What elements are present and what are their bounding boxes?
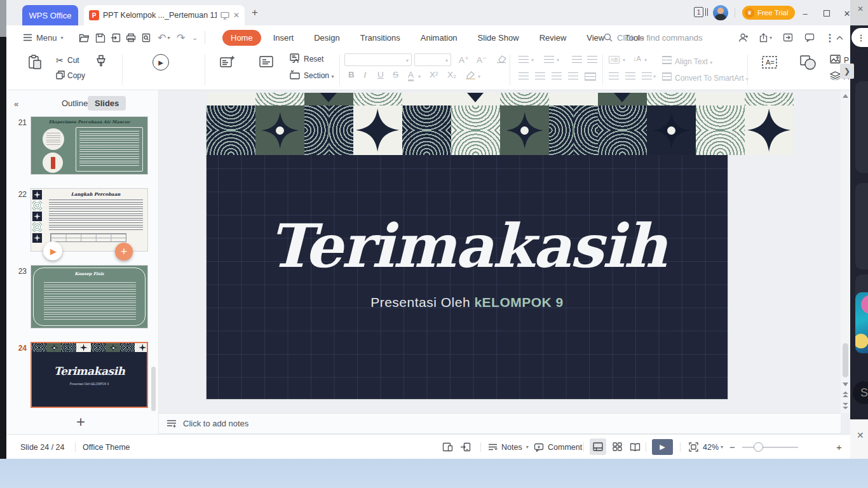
spacing-options-icon[interactable] xyxy=(642,72,652,79)
zoom-out-button[interactable]: − xyxy=(729,435,735,459)
window-switcher-button[interactable]: 1 xyxy=(694,7,709,18)
tab-slides[interactable]: Slides xyxy=(88,96,126,111)
menu-tab-insert[interactable]: Insert xyxy=(265,30,302,46)
send-to-device-icon[interactable] xyxy=(460,435,471,459)
undo-button[interactable]: ↶▾ xyxy=(158,25,170,50)
align-right-icon[interactable] xyxy=(552,72,562,79)
zoom-level-button[interactable]: 42% ▾ xyxy=(703,435,723,459)
font-family-dropdown[interactable]: ▾ xyxy=(344,53,412,66)
pin-to-taskbar-icon[interactable] xyxy=(783,25,793,50)
slide-subtitle-text[interactable]: Presentasi Oleh kELOMPOK 9 xyxy=(207,295,728,310)
align-text-icon[interactable] xyxy=(662,56,672,64)
scroll-down-icon[interactable] xyxy=(841,380,850,389)
normal-view-button[interactable] xyxy=(590,438,606,455)
desktop-mode-icon[interactable] xyxy=(442,435,453,459)
command-search[interactable]: Click to find commands xyxy=(604,25,702,50)
hidden-panel-more-button[interactable]: ⋮ xyxy=(851,28,868,47)
print-icon[interactable] xyxy=(126,25,136,50)
share-button[interactable]: ▾ xyxy=(759,25,772,50)
decrease-font-size-button[interactable]: A⁻ xyxy=(477,55,487,65)
notes-toggle-button[interactable]: Notes ▾ xyxy=(488,435,529,459)
start-slideshow-button[interactable]: ▶ xyxy=(652,439,673,455)
strikethrough-button[interactable]: S xyxy=(393,70,398,79)
close-window-button[interactable]: ✕ xyxy=(841,8,853,19)
bullet-list-icon[interactable] xyxy=(519,56,529,63)
numbered-list-ic[interactable] xyxy=(544,56,554,63)
menu-tab-review[interactable]: Review xyxy=(531,30,575,46)
vertical-text-icon[interactable]: ↓A xyxy=(633,55,641,62)
slide-thumbnail-23[interactable]: Konsep Fisis xyxy=(31,265,148,329)
smartart-icon[interactable] xyxy=(662,72,672,81)
maximize-button[interactable] xyxy=(821,8,832,19)
scrollbar-thumb[interactable] xyxy=(843,343,848,377)
previous-slide-icon[interactable] xyxy=(841,390,850,399)
italic-button[interactable]: I xyxy=(363,70,367,80)
reading-view-button[interactable] xyxy=(627,438,643,455)
bold-button[interactable]: B xyxy=(348,70,355,79)
notes-bar[interactable]: Click to add notes xyxy=(159,413,841,434)
sidebar-scrollbar-thumb[interactable] xyxy=(151,367,156,411)
subscript-button[interactable]: X₂ xyxy=(447,70,456,79)
increase-font-size-button[interactable]: A⁺ xyxy=(459,55,469,65)
font-color-button[interactable]: A xyxy=(408,70,414,81)
menu-tab-home[interactable]: Home xyxy=(222,30,261,46)
convert-to-smartart-label[interactable]: Convert To SmartArt ▾ xyxy=(675,74,749,83)
ribbon-scroll-right-button[interactable]: ❯ xyxy=(840,64,854,79)
new-slide-floating-button[interactable]: + xyxy=(115,243,133,261)
redo-button[interactable]: ↷ xyxy=(177,25,185,50)
text-direction-icon[interactable]: AB xyxy=(609,56,620,64)
editor-scrollbar[interactable] xyxy=(841,90,850,413)
export-icon[interactable] xyxy=(111,25,121,50)
zoom-slider-track[interactable] xyxy=(742,447,798,448)
decrease-indent-icon[interactable] xyxy=(572,56,582,63)
background-window-close-icon[interactable]: ✕ xyxy=(857,5,864,13)
line-spacing-icon[interactable] xyxy=(609,72,619,79)
align-text-label[interactable]: Align Text ▾ xyxy=(675,57,712,66)
minimize-button[interactable]: – xyxy=(799,8,811,19)
panel-close-icon[interactable]: ✕ xyxy=(857,431,864,440)
comment-panel-icon[interactable] xyxy=(804,25,815,50)
menu-tab-animation[interactable]: Animation xyxy=(412,30,466,46)
open-file-button[interactable] xyxy=(79,25,90,50)
add-slide-button[interactable]: + xyxy=(76,413,85,431)
menu-tab-slide-show[interactable]: Slide Show xyxy=(470,30,527,46)
collapse-panel-button[interactable]: « xyxy=(14,99,17,109)
clear-formatting-icon[interactable] xyxy=(496,55,507,64)
underline-button[interactable]: U xyxy=(377,70,384,79)
highlight-color-icon[interactable] xyxy=(465,71,476,79)
add-collaborator-icon[interactable] xyxy=(738,25,749,50)
paragraph-spacing-icon[interactable] xyxy=(625,72,635,79)
zoom-slider-thumb[interactable] xyxy=(754,442,763,452)
collapse-ribbon-icon[interactable] xyxy=(836,25,843,50)
more-options-icon[interactable]: ⋮ xyxy=(825,25,835,50)
comment-button[interactable]: Comment xyxy=(534,435,582,459)
user-avatar[interactable] xyxy=(713,5,728,20)
more-commands-chevron-icon[interactable]: ⌄ xyxy=(192,25,198,50)
slide-decorative-band[interactable] xyxy=(207,93,794,155)
play-from-slide-floating-button[interactable]: ▶ xyxy=(43,241,62,261)
document-tab[interactable]: P PPT Kelompok ..._Pertemuan 11 ✕ xyxy=(84,5,245,25)
font-size-dropdown[interactable]: ▾ xyxy=(414,53,451,66)
slide-thumbnail-21[interactable]: Eksperimen Percobaan Air Mancur xyxy=(31,116,148,175)
distribute-text-icon[interactable] xyxy=(585,72,596,81)
wps-office-home-button[interactable]: WPS Office xyxy=(22,5,78,25)
menu-tab-transitions[interactable]: Transitions xyxy=(352,30,409,46)
scroll-up-icon[interactable] xyxy=(841,92,850,100)
present-on-display-icon[interactable] xyxy=(220,11,229,20)
increase-indent-icon[interactable] xyxy=(587,56,597,63)
align-center-icon[interactable] xyxy=(535,72,545,79)
main-menu-button[interactable]: Menu ▾ xyxy=(23,25,64,50)
theme-name[interactable]: Office Theme xyxy=(83,435,130,459)
menu-tab-design[interactable]: Design xyxy=(306,30,348,46)
slide-thumbnail-24[interactable]: Terimakasih Presentasi Oleh kELOMPOK 9 xyxy=(31,342,148,408)
print-preview-icon[interactable] xyxy=(141,25,151,50)
next-slide-icon[interactable] xyxy=(841,402,850,410)
save-icon[interactable] xyxy=(95,25,105,50)
align-left-icon[interactable] xyxy=(519,72,529,79)
slide-title-text[interactable]: Terimakasih xyxy=(207,211,728,281)
free-trial-button[interactable]: ♛ Free Trial xyxy=(742,6,795,20)
superscript-button[interactable]: X² xyxy=(430,70,438,79)
slide-sorter-view-button[interactable] xyxy=(609,438,625,455)
close-document-icon[interactable]: ✕ xyxy=(233,11,240,20)
new-tab-button[interactable]: + xyxy=(252,6,258,19)
